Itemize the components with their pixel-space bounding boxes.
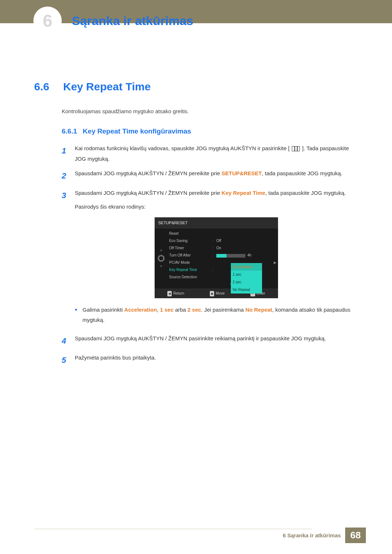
osd-icon-column: ▲ ▼	[155, 229, 168, 288]
osd-dropdown: Acceleration 1 sec 2 sec No Repeat	[231, 263, 262, 294]
footer-text: 6 Sąranka ir atkūrimas	[283, 532, 345, 538]
option: No Repeat	[231, 286, 262, 294]
chapter-number: 6	[43, 11, 53, 31]
section-heading: 6.6 Key Repeat Time	[34, 81, 358, 93]
value-text: 4h	[248, 253, 252, 257]
step-body: Pažymėta parinktis bus pritaikyta.	[75, 353, 358, 368]
label: Off Timer	[169, 245, 212, 251]
value: On	[216, 245, 274, 251]
text: . Jei pasirenkama	[201, 307, 245, 313]
osd-screenshot: SETUP&RESET ▲ ▼ Reset Eco Saving:Off Off…	[155, 217, 278, 298]
subsection-number: 6.6.1	[62, 127, 77, 135]
highlight: 1 sec	[160, 307, 174, 313]
text: , tada paspauskite JOG mygtuką.	[265, 190, 346, 196]
step-1: 1 Kai rodomas funkcinių klavišų vadovas,…	[34, 143, 358, 164]
chevron-up-icon: ▲	[160, 247, 163, 253]
highlight: No Repeat	[245, 307, 272, 313]
step-body: Spausdami JOG mygtuką AUKŠTYN / ŽEMYN pe…	[75, 168, 358, 184]
label: Key Repeat Time	[169, 266, 212, 273]
slider-bar	[216, 254, 245, 258]
page-content: 6.6 Key Repeat Time Kontroliuojamas spau…	[0, 23, 392, 368]
option: Acceleration	[231, 263, 262, 271]
step-body: Spausdami JOG mygtuką AUKŠTYN / ŽEMYN pe…	[75, 188, 358, 329]
osd-move: ◆Move	[210, 290, 224, 297]
highlight: Key Repeat Time	[221, 190, 265, 196]
label: Return	[173, 291, 184, 295]
text: , tada paspauskite JOG mygtuką.	[262, 170, 342, 176]
osd-title: SETUP&RESET	[155, 217, 278, 229]
step-body: Spausdami JOG mygtuką AUKŠTYN / ŽEMYN pa…	[75, 333, 358, 349]
option: 1 sec	[231, 271, 262, 278]
text: Spausdami JOG mygtuką AUKŠTYN / ŽEMYN pe…	[75, 170, 221, 176]
osd-panel: SETUP&RESET ▲ ▼ Reset Eco Saving:Off Off…	[155, 217, 278, 298]
step-number: 1	[62, 143, 68, 164]
page-number-badge: 68	[345, 528, 366, 543]
label: Source Detection	[169, 274, 212, 280]
text: ,	[157, 307, 160, 313]
bullet-icon: ●	[75, 305, 77, 325]
step-4: 4 Spausdami JOG mygtuką AUKŠTYN / ŽEMYN …	[34, 333, 358, 349]
chevron-right-icon: ▶	[274, 259, 277, 266]
menu-icon	[292, 146, 300, 151]
osd-row-timer: Off Timer:On	[169, 245, 274, 252]
highlight: 2 sec	[188, 307, 201, 313]
step-number: 3	[62, 188, 68, 329]
option: 2 sec	[231, 278, 262, 286]
label: PC/AV Mode	[169, 259, 212, 266]
osd-row-eco: Eco Saving:Off	[169, 237, 274, 245]
text: Pasirodys šis ekrano rodinys:	[75, 202, 358, 212]
osd-return: ◀Return	[167, 290, 184, 297]
step-body: Kai rodomas funkcinių klavišų vadovas, s…	[75, 143, 358, 164]
bullet-item: ● Galima pasirinkti Acceleration, 1 sec …	[75, 305, 358, 325]
text: Galima pasirinkti	[82, 307, 124, 313]
label: Eco Saving	[169, 237, 212, 244]
footer: 6 Sąranka ir atkūrimas 68	[283, 528, 366, 543]
step-3: 3 Spausdami JOG mygtuką AUKŠTYN / ŽEMYN …	[34, 188, 358, 329]
chevron-down-icon: ▼	[160, 263, 163, 270]
highlight: SETUP&RESET	[221, 170, 262, 176]
text: Kai rodomas funkcinių klavišų vadovas, s…	[75, 145, 290, 151]
subsection-heading: 6.6.1 Key Repeat Time konfigūravimas	[34, 127, 358, 135]
value: 4h	[216, 252, 274, 259]
highlight: Acceleration	[124, 307, 157, 313]
footer-divider	[34, 529, 312, 529]
bullet-text: Galima pasirinkti Acceleration, 1 sec ar…	[82, 305, 358, 325]
chapter-number-badge: 6	[33, 7, 62, 35]
section-number: 6.6	[34, 81, 56, 93]
step-number: 5	[62, 353, 68, 368]
osd-row-reset: Reset	[169, 230, 274, 237]
step-number: 4	[62, 333, 68, 349]
text: Spausdami JOG mygtuką AUKŠTYN / ŽEMYN pe…	[75, 190, 221, 196]
label: Reset	[169, 230, 212, 237]
step-number: 2	[62, 168, 68, 184]
text: arba	[173, 307, 187, 313]
section-title: Key Repeat Time	[63, 81, 151, 93]
subsection-title: Key Repeat Time konfigūravimas	[83, 127, 191, 135]
step-5: 5 Pažymėta parinktis bus pritaikyta.	[34, 353, 358, 368]
step-2: 2 Spausdami JOG mygtuką AUKŠTYN / ŽEMYN …	[34, 168, 358, 184]
label: Move	[216, 291, 224, 295]
value: Off	[216, 237, 274, 244]
osd-row-turnoff: Turn Off After: 4h	[169, 252, 274, 259]
section-intro: Kontroliuojamas spaudžiamo mygtuko atsak…	[34, 108, 358, 114]
label: Turn Off After	[169, 252, 212, 259]
gear-icon	[158, 255, 164, 261]
chapter-title: Sąranka ir atkūrimas	[72, 14, 193, 28]
